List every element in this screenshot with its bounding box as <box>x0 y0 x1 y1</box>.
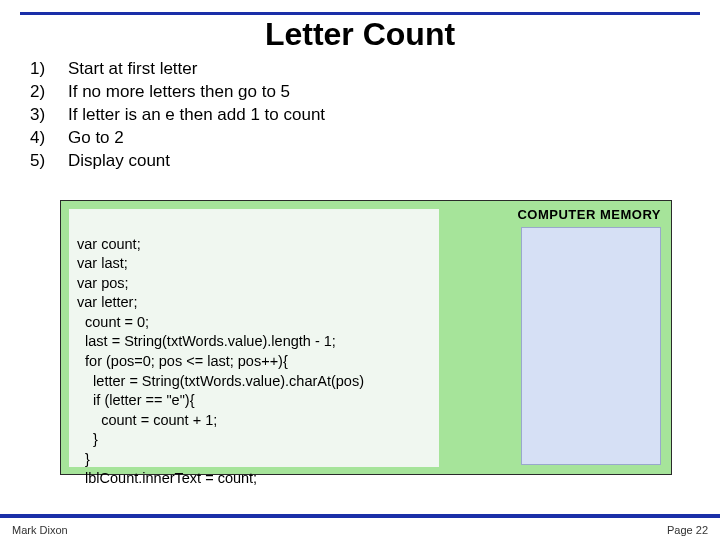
code-line: for (pos=0; pos <= last; pos++){ <box>77 353 288 369</box>
step-text: If no more letters then go to 5 <box>68 81 290 104</box>
list-item: 3) If letter is an e then add 1 to count <box>30 104 325 127</box>
code-box: var count; var last; var pos; var letter… <box>69 209 439 467</box>
list-item: 5) Display count <box>30 150 325 173</box>
step-number: 4) <box>30 127 68 150</box>
code-line: count = count + 1; <box>77 412 217 428</box>
step-number: 3) <box>30 104 68 127</box>
code-line: lblCount.innerText = count; <box>77 470 257 486</box>
footer-author: Mark Dixon <box>12 524 68 536</box>
step-number: 1) <box>30 58 68 81</box>
step-text: Go to 2 <box>68 127 124 150</box>
code-line: letter = String(txtWords.value).charAt(p… <box>77 373 364 389</box>
code-line: if (letter == "e"){ <box>77 392 194 408</box>
step-number: 5) <box>30 150 68 173</box>
footer-page: Page 22 <box>667 524 708 536</box>
code-memory-panel: var count; var last; var pos; var letter… <box>60 200 672 475</box>
code-line: count = 0; <box>77 314 149 330</box>
list-item: 4) Go to 2 <box>30 127 325 150</box>
code-line: var count; <box>77 236 141 252</box>
memory-box <box>521 227 661 465</box>
code-line: var last; <box>77 255 128 271</box>
code-line: } <box>77 451 90 467</box>
code-line: var letter; <box>77 294 137 310</box>
code-line: } <box>77 431 98 447</box>
list-item: 2) If no more letters then go to 5 <box>30 81 325 104</box>
step-text: Start at first letter <box>68 58 197 81</box>
step-number: 2) <box>30 81 68 104</box>
bottom-rule <box>0 514 720 518</box>
slide-title: Letter Count <box>0 16 720 53</box>
algorithm-steps: 1) Start at first letter 2) If no more l… <box>30 58 325 173</box>
list-item: 1) Start at first letter <box>30 58 325 81</box>
step-text: If letter is an e then add 1 to count <box>68 104 325 127</box>
code-line: last = String(txtWords.value).length - 1… <box>77 333 336 349</box>
step-text: Display count <box>68 150 170 173</box>
code-line: var pos; <box>77 275 129 291</box>
memory-label: COMPUTER MEMORY <box>517 207 661 222</box>
top-rule <box>20 12 700 15</box>
